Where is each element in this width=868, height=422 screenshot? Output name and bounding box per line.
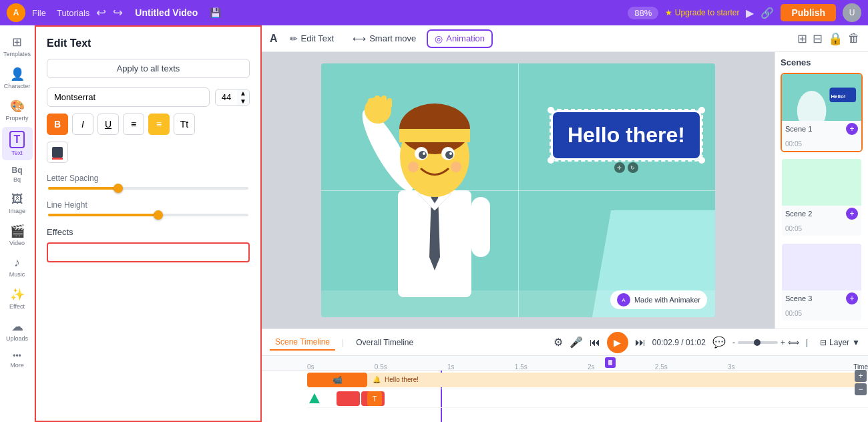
animation-tool[interactable]: ◎ Animation: [428, 31, 491, 47]
track-2-orange[interactable]: T: [367, 391, 382, 406]
skip-forward-button[interactable]: ⏭: [635, 337, 646, 349]
undo-button[interactable]: ↩: [96, 5, 106, 20]
sidebar-item-image[interactable]: 🖼 Image: [2, 188, 33, 218]
publish-button[interactable]: Publish: [781, 4, 836, 21]
play-button[interactable]: ▶: [607, 332, 628, 353]
scene-3-name: Scene 3: [785, 294, 812, 302]
sidebar-item-text[interactable]: T Text: [2, 127, 33, 160]
scene-thumbnail-2: [782, 159, 861, 206]
letter-spacing-track[interactable]: [48, 187, 248, 190]
timeline-zoom-out[interactable]: −: [855, 383, 867, 395]
sidebar-item-more[interactable]: ••• More: [2, 347, 33, 373]
font-family-select[interactable]: Montserrat Arial Georgia: [47, 87, 210, 107]
animation-icon: ◎: [435, 33, 443, 44]
grid-icon[interactable]: ⊞: [797, 31, 807, 46]
scene-2-add[interactable]: +: [846, 208, 858, 220]
play-preview-icon[interactable]: ▶: [746, 7, 754, 19]
handle-bl[interactable]: [548, 157, 554, 164]
italic-button[interactable]: I: [72, 114, 93, 135]
sidebar-item-bq[interactable]: Bq Bq: [2, 162, 33, 187]
font-size-down[interactable]: ▼: [237, 97, 249, 106]
scene-1-add[interactable]: +: [846, 123, 858, 135]
redo-button[interactable]: ↪: [113, 5, 123, 20]
handle-br[interactable]: [698, 157, 705, 164]
sidebar-item-templates[interactable]: ⊞ Templates: [2, 31, 33, 61]
svg-point-17: [423, 152, 425, 155]
zoom-out-icon[interactable]: -: [732, 338, 735, 347]
sidebar-item-music[interactable]: ♪ Music: [2, 252, 33, 282]
lock-icon[interactable]: 🔒: [828, 31, 843, 46]
move-icon[interactable]: ✛: [614, 162, 625, 173]
overall-timeline-tab[interactable]: Overall Timeline: [351, 335, 419, 350]
scene-3-time: 00:05: [785, 310, 802, 317]
caption-button[interactable]: 💬: [712, 336, 726, 349]
sidebar-item-property[interactable]: 🎨 Property: [2, 95, 33, 126]
skip-back-button[interactable]: ⏮: [590, 337, 600, 349]
t-icon: T: [373, 395, 377, 403]
document-title[interactable]: Untitled Video: [135, 7, 198, 18]
tutorials-menu[interactable]: Tutorials: [57, 8, 89, 18]
pipe-separator: |: [806, 338, 808, 347]
list-button[interactable]: ≡: [123, 114, 144, 135]
track-block-orange[interactable]: 📹: [307, 373, 367, 387]
canvas-wrapper: ‹: [262, 52, 775, 329]
sidebar-item-effect[interactable]: ✨ Effect: [2, 283, 33, 314]
color-row: [47, 142, 250, 163]
apply-all-button[interactable]: Apply to all texts: [47, 59, 250, 78]
line-height-track[interactable]: [48, 214, 248, 216]
scene-thumbnail-1: Hello!: [782, 74, 861, 121]
sidebar-item-video[interactable]: 🎬 Video: [2, 220, 33, 250]
ruler-25s: 2.5s: [655, 363, 668, 371]
font-size-up[interactable]: ▲: [237, 89, 249, 97]
property-icon: 🎨: [10, 99, 25, 114]
sidebar-item-character[interactable]: 👤 Character: [2, 63, 33, 93]
sidebar-item-uploads[interactable]: ☁ Uploads: [2, 315, 33, 346]
user-avatar[interactable]: U: [843, 3, 861, 22]
rotate-icon[interactable]: ↻: [628, 162, 638, 173]
track-text: Hello there!: [385, 376, 419, 383]
scene-card-1[interactable]: Hello! Scene 1 + 00:05: [781, 73, 863, 152]
smart-move-tool[interactable]: ⟷ Smart move: [346, 31, 423, 47]
font-size-arrows: ▲ ▼: [237, 89, 249, 106]
scene-timeline-tab[interactable]: Scene Timeline: [270, 335, 335, 351]
edit-text-tool[interactable]: ✏ Edit Text: [283, 31, 341, 47]
bold-button[interactable]: B: [47, 114, 68, 135]
track-2-red1[interactable]: [337, 391, 360, 406]
file-menu[interactable]: File: [32, 8, 46, 18]
layer-select[interactable]: ⊟ Layer ▼: [820, 338, 860, 347]
timeline-zoom-in[interactable]: +: [855, 370, 867, 382]
timeline-ruler: 0s 0.5s 1s 1.5s 2s 2.5s 3s Time: [262, 356, 868, 371]
video-icon: 🎬: [10, 224, 25, 238]
mic-button[interactable]: 🎤: [570, 336, 583, 349]
font-size-value: 44: [216, 89, 237, 105]
canvas-scenes-split: ‹: [262, 52, 868, 329]
center-area: A ✏ Edit Text ⟷ Smart move ◎ Animation ⊞…: [262, 25, 868, 422]
case-button[interactable]: Tt: [174, 114, 195, 135]
zoom-in-icon[interactable]: +: [781, 338, 785, 347]
scene-3-add[interactable]: +: [846, 292, 858, 304]
upgrade-button[interactable]: ★ Upgrade to starter: [665, 8, 739, 17]
edit-panel-title: Edit Text: [47, 37, 250, 49]
needle-head[interactable]: [605, 357, 616, 368]
handle-tr[interactable]: [698, 107, 705, 114]
track-block-peach[interactable]: 🔔 Hello there!: [367, 373, 861, 387]
letter-spacing-thumb[interactable]: [114, 184, 123, 193]
text-color-button[interactable]: [47, 142, 68, 163]
share-icon[interactable]: 🔗: [761, 7, 774, 19]
scene-card-3[interactable]: Scene 3 + 00:05: [781, 242, 863, 322]
player-bar: Scene Timeline | Overall Timeline ⚙ 🎤 ⏮ …: [262, 329, 868, 355]
scene-1-time: 00:05: [785, 140, 802, 148]
align-icon[interactable]: ⊟: [813, 31, 823, 46]
underline-button[interactable]: U: [97, 114, 119, 135]
zoom-control[interactable]: 88%: [628, 7, 658, 19]
zoom-slider[interactable]: [738, 341, 778, 344]
delete-icon[interactable]: 🗑: [848, 31, 860, 46]
line-height-thumb[interactable]: [154, 210, 163, 220]
text-overlay[interactable]: Hello there! ✛ ↻: [551, 110, 702, 160]
expand-icon[interactable]: ⟺: [788, 338, 799, 347]
scene-card-2[interactable]: Scene 2 + 00:05: [781, 158, 863, 237]
handle-tl[interactable]: [548, 107, 554, 114]
align-button[interactable]: ≡: [148, 114, 170, 135]
camera-settings-button[interactable]: ⚙: [554, 336, 563, 349]
svg-rect-9: [471, 197, 490, 257]
